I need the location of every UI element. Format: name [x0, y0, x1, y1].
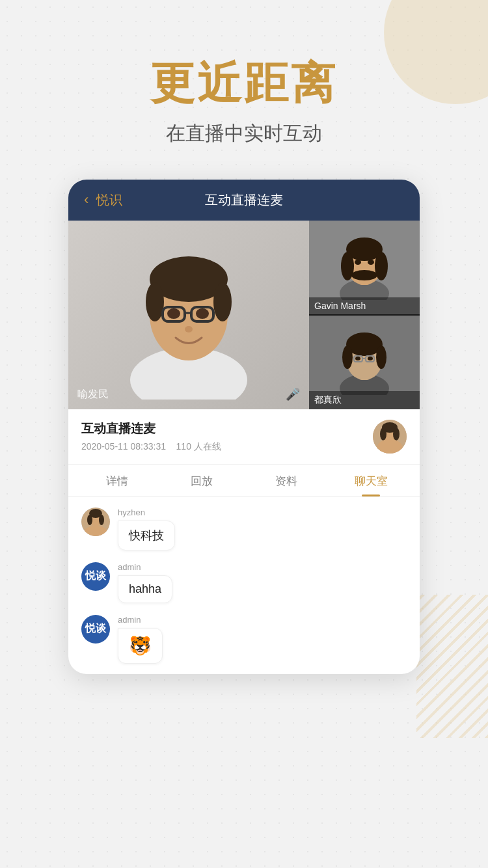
- logo-text: 悦谈: [85, 569, 106, 583]
- chat-username-1: hyzhen: [118, 508, 175, 517]
- app-header: ‹ 悦识 互动直播连麦: [68, 180, 420, 221]
- mic-icon: 🎤: [286, 387, 300, 401]
- svg-point-31: [368, 357, 373, 360]
- chat-bubble-2: hahha: [118, 575, 172, 603]
- side-participant-name-1: Gavin Marsh: [309, 297, 420, 314]
- main-title: 更近距离: [150, 59, 338, 107]
- chat-content-3: admin 🐯: [118, 615, 163, 664]
- header-title: 互动直播连麦: [122, 191, 365, 209]
- svg-point-30: [355, 357, 360, 360]
- chat-username-3: admin: [118, 615, 163, 625]
- svg-point-11: [185, 326, 193, 332]
- session-host-avatar: [373, 420, 407, 454]
- back-label[interactable]: 悦识: [96, 191, 122, 209]
- svg-point-25: [342, 346, 353, 369]
- svg-point-9: [167, 308, 180, 319]
- svg-point-35: [380, 427, 386, 441]
- side-avatar-2: [338, 330, 390, 395]
- chat-user-avatar-1: [81, 508, 110, 536]
- svg-point-5: [213, 282, 232, 321]
- chat-message-2: 悦谈 admin hahha: [81, 562, 407, 603]
- page-content: 更近距离 在直播中实时互动 ‹ 悦识 互动直播连麦: [0, 0, 488, 674]
- tab-replay[interactable]: 回放: [159, 465, 244, 496]
- svg-point-4: [146, 282, 164, 321]
- chat-message-3: 悦谈 admin 🐯: [81, 615, 407, 664]
- chat-avatar-1: [81, 508, 110, 536]
- tab-chat[interactable]: 聊天室: [329, 465, 413, 496]
- main-avatar-bg: [68, 221, 309, 409]
- side-video-panel: Gavin Marsh: [309, 221, 420, 409]
- chat-content-1: hyzhen 快科技: [118, 508, 175, 550]
- tab-details[interactable]: 详情: [75, 465, 159, 496]
- svg-point-10: [196, 308, 209, 319]
- main-video-panel: 喻发民 🎤: [68, 221, 309, 409]
- session-info: 互动直播连麦 2020-05-11 08:33:31 110 人在线: [68, 409, 420, 465]
- side-participant-name-2: 都真欣: [309, 391, 420, 409]
- chat-area: hyzhen 快科技 悦谈 admin hahha 悦谈: [68, 497, 420, 674]
- svg-point-36: [393, 427, 400, 441]
- sub-title: 在直播中实时互动: [166, 120, 322, 147]
- tab-materials[interactable]: 资料: [244, 465, 329, 496]
- chat-username-2: admin: [118, 562, 172, 572]
- logo-text-3: 悦谈: [85, 622, 106, 636]
- video-grid: 喻发民 🎤: [68, 221, 420, 409]
- side-video-2: 都真欣: [309, 316, 420, 409]
- session-online: 110 人在线: [176, 441, 221, 452]
- tabs-row: 详情 回放 资料 聊天室: [68, 465, 420, 497]
- chat-avatar-2: 悦谈: [81, 562, 110, 591]
- svg-point-42: [99, 515, 104, 525]
- svg-point-19: [355, 260, 361, 265]
- main-person-avatar: [124, 230, 254, 400]
- svg-point-41: [87, 515, 92, 525]
- session-title: 互动直播连麦: [81, 420, 373, 437]
- svg-point-20: [368, 260, 374, 265]
- chat-bubble-3: 🐯: [118, 628, 163, 664]
- session-date: 2020-05-11 08:33:31: [81, 441, 166, 452]
- chat-content-2: admin hahha: [118, 562, 172, 603]
- side-video-1: Gavin Marsh: [309, 221, 420, 314]
- session-text: 互动直播连麦 2020-05-11 08:33:31 110 人在线: [81, 420, 373, 453]
- chat-avatar-3: 悦谈: [81, 615, 110, 644]
- host-avatar-img: [373, 420, 407, 454]
- svg-point-18: [351, 270, 377, 280]
- back-icon[interactable]: ‹: [84, 191, 88, 208]
- chat-bubble-1: 快科技: [118, 521, 175, 550]
- session-meta: 2020-05-11 08:33:31 110 人在线: [81, 441, 373, 453]
- side-avatar-1: [338, 235, 390, 300]
- svg-point-26: [376, 346, 386, 369]
- chat-message-1: hyzhen 快科技: [81, 508, 407, 550]
- phone-mockup: ‹ 悦识 互动直播连麦: [68, 180, 420, 674]
- main-participant-name: 喻发民: [77, 388, 109, 401]
